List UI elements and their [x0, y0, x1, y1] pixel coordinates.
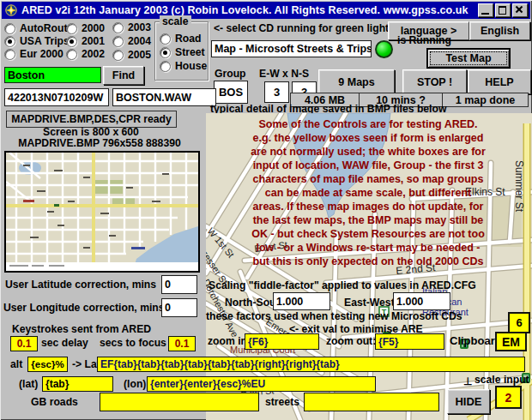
map-source-box[interactable]: Map - Microsoft Streets & Trips [211, 40, 372, 57]
lat-sequence-input[interactable]: EF{tab}{tab}{tab}{tab}{tab}{tab}{right}{… [97, 357, 525, 372]
waw-file-box[interactable]: BOSTON.WAW [112, 88, 216, 106]
lat-key-label: (lat) [19, 379, 38, 390]
find-button[interactable]: Find [103, 66, 144, 85]
focus-input[interactable]: 0.1 [168, 336, 196, 351]
scale-group-label: scale [160, 15, 191, 27]
radio-circle [66, 36, 77, 47]
zoom-out-label: zoom out: [326, 336, 376, 347]
map-preview [4, 151, 200, 273]
radio-label: 2004 [128, 35, 151, 47]
group-label: Group [215, 69, 246, 80]
scale-groupbox: scale Road Street House [154, 21, 209, 81]
coords-box[interactable]: 422013N0710209W [4, 88, 109, 106]
lat-correction-label: User Latitude correction, mins [5, 279, 156, 291]
ew-box[interactable]: 3 [264, 81, 289, 103]
gb-roads-label: GB roads [31, 397, 78, 408]
radio-label: USA Trips [20, 35, 70, 47]
note-line: low - or a Windows re-start may be neede… [206, 241, 530, 255]
lat-correction-input[interactable]: 0 [161, 275, 197, 294]
radio-eur-2000[interactable]: Eur 2000 [4, 48, 63, 60]
clipboard-input[interactable]: EM [495, 332, 527, 351]
radio-circle [4, 36, 15, 47]
radio-scale-street[interactable]: Street [160, 46, 205, 58]
note-line: are not normally used; the white boxes a… [206, 145, 530, 159]
delay-input[interactable]: 0.1 [10, 336, 38, 351]
scale-input-label: scale input [475, 375, 529, 386]
language-value-button[interactable]: English [469, 21, 530, 40]
search-input[interactable]: Boston [4, 67, 101, 83]
alt-key-input[interactable]: {esc}% [27, 357, 68, 372]
minimize-icon[interactable] [478, 3, 493, 17]
lon-key-input[interactable]: {enter}{enter}{esc}%EU [147, 376, 376, 392]
select-cd-hint: <- select CD running for green light [214, 23, 389, 34]
note-line: input of location, WAW file, Group - the… [206, 159, 530, 172]
radio-2000[interactable]: 2000 [66, 22, 105, 34]
lon-correction-input[interactable]: 0 [161, 298, 197, 317]
radio-label: AutoRoute [20, 22, 73, 34]
lat-key-input[interactable]: {tab} [42, 376, 113, 392]
note-line: areas. If these map images do not update… [206, 200, 530, 213]
radio-scale-road[interactable]: Road [160, 33, 201, 45]
app-window: ARED v2i 12th January 2003 (c) Robin Lov… [0, 0, 532, 420]
testing-notes: Some of the Controls are for testing ARE… [206, 117, 530, 268]
help-button[interactable]: HELP [468, 69, 531, 94]
radio-label: Road [175, 33, 201, 45]
radio-label: 2002 [82, 48, 105, 60]
radio-label: 2005 [128, 49, 151, 61]
zoom-out-key-input[interactable]: {F5} [375, 333, 444, 350]
note-line: can be made at same scale, but different [206, 186, 530, 200]
radio-usa-trips[interactable]: USA Trips [4, 35, 70, 47]
maximize-icon[interactable] [495, 3, 511, 17]
app-icon [4, 3, 18, 17]
radio-label: 2003 [128, 21, 151, 33]
note-line: the last few maps, the BMP maps may stil… [206, 213, 530, 227]
keystrokes-title: Keystrokes sent from ARED [12, 324, 151, 335]
radio-circle [160, 33, 171, 45]
mapdrive-ready-box: MAPDRIVE.BMP,DES,CPR ready [6, 111, 177, 128]
radio-2002[interactable]: 2002 [66, 48, 105, 60]
scale-input-pointer-icon: ⊥ [463, 375, 472, 387]
clipboard-label: Clipboard [450, 335, 502, 346]
group-code-box[interactable]: BOS [214, 81, 248, 104]
note-line: characters of map file names, so map gro… [206, 172, 530, 186]
scaling-title: Scaling "fiddle-factor" applied to value… [209, 280, 476, 291]
exit-value-box[interactable]: 6 [508, 312, 530, 333]
maps-button[interactable]: 9 Maps [318, 69, 395, 94]
radio-circle [4, 49, 15, 60]
streets-input[interactable] [304, 393, 439, 411]
stop-button[interactable]: STOP ! [402, 69, 467, 94]
radio-2005[interactable]: 2005 [112, 49, 151, 61]
north-south-input[interactable]: 1.000 [273, 292, 330, 310]
radio-2004[interactable]: 2004 [112, 35, 151, 47]
radio-circle [66, 23, 77, 34]
streets-label: streets [265, 397, 299, 408]
gb-roads-input[interactable] [100, 393, 259, 411]
east-west-input[interactable]: 1.000 [393, 292, 450, 310]
titlebar: ARED v2i 12th January 2003 (c) Robin Lov… [2, 2, 530, 19]
radio-circle [112, 22, 124, 33]
delay-label: sec delay [41, 338, 88, 349]
ew-ns-label: E-W x N-S [259, 69, 309, 80]
radio-scale-house[interactable]: House [160, 60, 207, 72]
hide-button[interactable]: HIDE [447, 389, 490, 414]
close-icon[interactable] [512, 3, 528, 17]
focus-label: secs to focus [100, 338, 166, 349]
radio-label: Eur 2000 [20, 48, 63, 60]
radio-2003[interactable]: 2003 [112, 21, 151, 33]
status-done: 1 map done [442, 93, 529, 107]
running-status: is Running [397, 35, 451, 46]
radio-2001[interactable]: 2001 [66, 35, 105, 47]
test-map-button[interactable]: Test Map [427, 49, 510, 68]
note-line: but this is only expected on the old 200… [206, 255, 530, 268]
window-title: ARED v2i 12th January 2003 (c) Robin Lov… [21, 4, 469, 16]
radio-circle [160, 61, 171, 72]
radio-autoroute[interactable]: AutoRoute [4, 22, 73, 34]
alt-label: alt [10, 359, 22, 370]
scale-input-value-box[interactable]: 2 [495, 386, 522, 409]
radio-label: 2000 [82, 22, 105, 34]
radio-label: House [175, 60, 207, 72]
zoom-in-key-input[interactable]: {F6} [245, 333, 319, 350]
note-line: e.g. the yellow boxes seen if form is en… [206, 131, 530, 145]
radio-circle [112, 36, 124, 47]
radio-circle [112, 50, 124, 61]
